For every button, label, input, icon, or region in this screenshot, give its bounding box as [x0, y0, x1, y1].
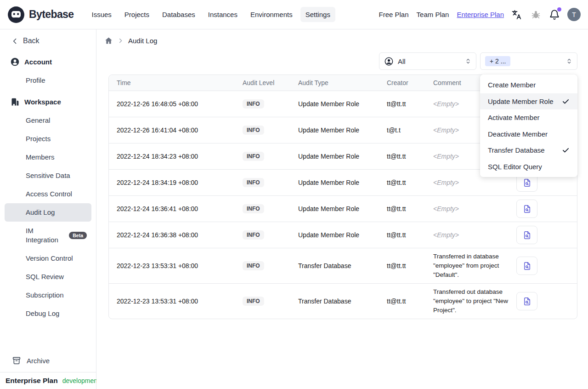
view-detail-button[interactable]	[516, 226, 537, 244]
nav-item[interactable]: Projects	[119, 7, 154, 22]
action-cell	[512, 200, 577, 218]
sidebar-item[interactable]: General	[5, 111, 91, 130]
sidebar-item[interactable]: IM Integration Beta	[5, 222, 91, 249]
sidebar-item[interactable]: Subscription	[5, 286, 91, 304]
check-icon	[562, 146, 570, 154]
updown-chevron-icon	[565, 57, 573, 65]
nav-item[interactable]: Databases	[157, 7, 200, 22]
comment-cell: <Empty>	[433, 204, 512, 213]
sidebar-item[interactable]: Profile	[5, 71, 91, 90]
comment-cell: Transferred in database "employee" from …	[433, 252, 512, 280]
nav-item[interactable]: Environments	[245, 7, 298, 22]
level-cell: INFO	[243, 297, 298, 306]
footer-plan-label[interactable]: Enterprise Plan	[6, 377, 58, 385]
page-title: Audit Log	[128, 37, 157, 45]
audit-type-menu-item[interactable]: Deactivate Member	[480, 126, 577, 143]
back-button[interactable]: Back	[5, 32, 91, 50]
type-cell: Transfer Database	[298, 297, 387, 305]
time-cell: 2022-12-24 16:36:41 +08:00	[109, 205, 243, 212]
document-search-icon	[522, 261, 532, 271]
time-cell: 2022-12-26 16:48:05 +08:00	[109, 100, 243, 108]
bytebase-logo[interactable]: Bytebase	[7, 6, 74, 23]
level-badge: INFO	[243, 204, 264, 213]
creator-cell: t@t.t	[387, 126, 433, 134]
view-detail-button[interactable]	[516, 257, 537, 275]
main-content: Audit Log All + 2 ...	[96, 29, 588, 389]
action-cell	[512, 226, 577, 244]
sidebar-item[interactable]: Debug Log	[5, 304, 91, 323]
type-cell: Update Member Role	[298, 100, 387, 108]
level-cell: INFO	[243, 261, 298, 270]
creator-cell: tt@tt.tt	[387, 100, 433, 108]
view-detail-button[interactable]	[516, 200, 537, 218]
sidebar-item[interactable]: Version Control	[5, 249, 91, 268]
bytebase-logo-icon	[7, 6, 25, 23]
creator-cell: tt@tt.tt	[387, 297, 433, 305]
user-circle-icon	[10, 57, 20, 67]
notification-bell-icon[interactable]	[548, 9, 560, 21]
view-detail-button[interactable]	[516, 292, 537, 310]
type-cell: Update Member Role	[298, 205, 387, 212]
level-badge: INFO	[243, 126, 264, 135]
level-badge: INFO	[243, 261, 264, 270]
time-cell: 2022-12-23 13:53:31 +08:00	[109, 297, 243, 305]
plan-link[interactable]: Enterprise Plan	[457, 11, 504, 18]
archive-button[interactable]: Archive	[5, 351, 91, 370]
updown-chevron-icon	[464, 57, 472, 65]
home-icon[interactable]	[104, 36, 113, 45]
type-cell: Transfer Database	[298, 262, 387, 269]
sidebar-item[interactable]: Audit Log	[5, 203, 91, 222]
type-cell: Update Member Role	[298, 179, 387, 186]
chevron-left-icon	[11, 37, 19, 45]
creator-filter-select[interactable]: All	[379, 52, 476, 70]
sidebar-item[interactable]: Access Control	[5, 185, 91, 203]
action-cell	[512, 257, 577, 275]
plan-link[interactable]: Free Plan	[379, 11, 409, 18]
sidebar-item[interactable]: Members	[5, 148, 91, 166]
user-circle-icon	[384, 57, 394, 66]
audit-type-menu-item[interactable]: Update Member Role	[480, 93, 577, 110]
action-cell	[512, 292, 577, 310]
workspace-section-title: Workspace	[5, 92, 91, 111]
archive-label: Archive	[27, 357, 50, 365]
bug-report-icon[interactable]	[530, 9, 542, 21]
creator-cell: tt@tt.tt	[387, 179, 433, 186]
level-cell: INFO	[243, 99, 298, 109]
account-section-items: Profile	[5, 71, 91, 90]
breadcrumb: Audit Log	[104, 34, 577, 46]
back-label: Back	[23, 37, 40, 45]
sidebar-item[interactable]: SQL Review	[5, 268, 91, 286]
table-row: 2022-12-24 16:36:41 +08:00 INFO Update M…	[109, 195, 577, 222]
level-badge: INFO	[243, 230, 264, 240]
type-cell: Update Member Role	[298, 231, 387, 239]
chevron-right-icon	[117, 37, 124, 44]
time-cell: 2022-12-24 18:34:19 +08:00	[109, 179, 243, 186]
level-cell: INFO	[243, 204, 298, 213]
notification-dot	[557, 7, 561, 11]
audit-type-menu-item[interactable]: Create Member	[480, 77, 577, 93]
document-search-icon	[522, 204, 532, 214]
nav-item[interactable]: Issues	[86, 7, 116, 22]
nav-item[interactable]: Instances	[203, 7, 243, 22]
creator-cell: tt@tt.tt	[387, 262, 433, 269]
document-search-icon	[522, 297, 532, 306]
nav-item[interactable]: Settings	[300, 7, 335, 22]
creator-cell: tt@tt.tt	[387, 205, 433, 212]
audit-type-menu-item[interactable]: Transfer Database	[480, 142, 577, 159]
user-avatar[interactable]: T	[567, 8, 581, 21]
filter-row: All + 2 ...	[108, 52, 577, 70]
plan-link[interactable]: Team Plan	[417, 11, 449, 18]
settings-sidebar: Back Account Profile Workspace	[0, 29, 96, 389]
filter-count-tag: + 2 ...	[485, 56, 510, 66]
table-row: 2022-12-23 13:53:31 +08:00 INFO Transfer…	[109, 283, 577, 319]
document-search-icon	[522, 178, 532, 188]
archive-icon	[12, 356, 21, 365]
sidebar-item[interactable]: Sensitive Data	[5, 166, 91, 185]
document-search-icon	[522, 230, 532, 240]
level-badge: INFO	[243, 99, 264, 109]
audit-type-menu-item[interactable]: Activate Member	[480, 109, 577, 126]
translate-icon[interactable]	[511, 9, 523, 21]
sidebar-item[interactable]: Projects	[5, 130, 91, 148]
audit-type-filter-select[interactable]: + 2 ...	[480, 52, 577, 70]
audit-type-menu-item[interactable]: SQL Editor Query	[480, 159, 577, 175]
